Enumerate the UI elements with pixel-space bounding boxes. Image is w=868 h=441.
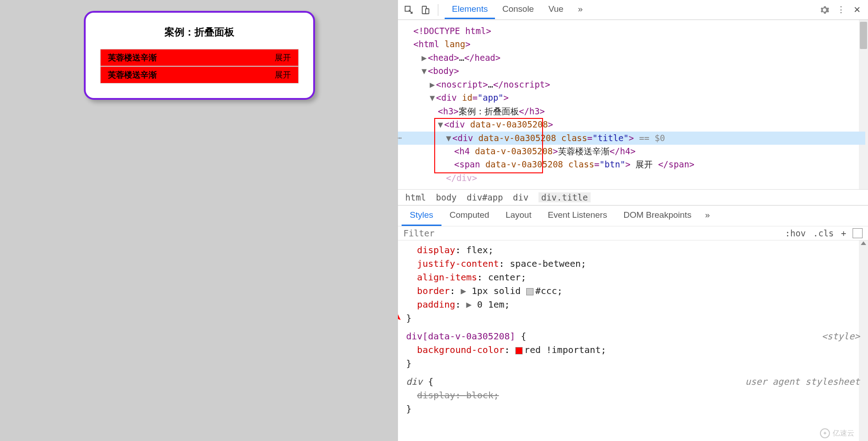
close-icon[interactable]: ✕	[851, 4, 863, 16]
styles-filter-input[interactable]	[403, 228, 781, 238]
collapse-arrow-icon[interactable]: ▼	[430, 91, 436, 104]
dom-tree[interactable]: <!DOCTYPE html> <html lang> ▶<head>…</he…	[398, 20, 868, 189]
scrollbar[interactable]	[859, 240, 868, 441]
page-viewport: 案例：折叠面板 芙蓉楼送辛渐 展开 芙蓉楼送辛渐 展开	[0, 0, 398, 441]
dom-node[interactable]: <span data-v-0a305208 class="btn">	[454, 159, 630, 169]
expand-button[interactable]: 展开	[275, 52, 291, 63]
css-rule[interactable]: user agent stylesheet div { display: blo…	[406, 375, 860, 416]
expand-button[interactable]: 展开	[275, 69, 291, 80]
hov-toggle[interactable]: :hov	[781, 228, 810, 238]
dom-breadcrumb[interactable]: html body div#app div div.title	[398, 189, 868, 205]
watermark: ✦亿速云	[820, 428, 854, 438]
tab-dom-breakpoints[interactable]: DOM Breakpoints	[615, 206, 699, 226]
device-toggle-icon[interactable]	[419, 4, 432, 16]
color-swatch[interactable]	[515, 347, 523, 354]
tab-layout[interactable]: Layout	[497, 206, 539, 226]
tab-styles[interactable]: Styles	[402, 206, 441, 226]
scrollbar[interactable]	[859, 20, 868, 189]
styles-filter-row: :hov .cls +	[398, 226, 868, 240]
tab-computed[interactable]: Computed	[441, 206, 498, 226]
breadcrumb-item[interactable]: body	[436, 192, 457, 202]
dom-node[interactable]: <h3>	[438, 106, 459, 116]
panel-title: 芙蓉楼送辛渐	[108, 52, 157, 63]
devtools-panel: Elements Console Vue » ⋮ ✕ <!DOCTYPE htm…	[398, 0, 868, 441]
tab-more[interactable]: »	[699, 206, 715, 226]
elements-panel: <!DOCTYPE html> <html lang> ▶<head>…</he…	[398, 20, 868, 441]
dom-node[interactable]: <noscript>	[436, 79, 488, 89]
tab-more[interactable]: »	[571, 0, 590, 19]
selected-dom-node[interactable]: ▼<div data-v-0a305208 class="title"> == …	[398, 132, 865, 145]
tab-elements[interactable]: Elements	[445, 0, 495, 19]
dom-node[interactable]: <html lang>	[413, 39, 470, 49]
expand-arrow-icon[interactable]: ▶	[422, 51, 428, 64]
breadcrumb-item[interactable]: div#app	[467, 192, 503, 202]
tab-console[interactable]: Console	[495, 0, 541, 19]
collapse-arrow-icon[interactable]: ▼	[438, 118, 444, 131]
breadcrumb-item[interactable]: div.title	[538, 192, 591, 202]
panel-title: 芙蓉楼送辛渐	[108, 69, 157, 80]
gear-icon[interactable]	[818, 4, 831, 16]
devtools-toolbar: Elements Console Vue » ⋮ ✕	[398, 0, 868, 20]
css-rule[interactable]: display: flex; justify-content: space-be…	[406, 243, 860, 325]
dom-node[interactable]: </div>	[446, 173, 477, 183]
styles-body[interactable]: display: flex; justify-content: space-be…	[398, 240, 868, 441]
box-model-icon[interactable]	[853, 228, 863, 238]
svg-rect-2	[426, 9, 429, 14]
cls-toggle[interactable]: .cls	[810, 228, 838, 238]
kebab-icon[interactable]: ⋮	[834, 4, 847, 16]
separator	[438, 4, 438, 16]
collapse-arrow-icon[interactable]: ▼	[422, 64, 428, 78]
dom-node[interactable]: <div id="app">	[436, 93, 509, 103]
rule-origin: user agent stylesheet	[745, 375, 860, 388]
dom-node[interactable]: <!DOCTYPE html>	[413, 26, 491, 36]
app-card: 案例：折叠面板 芙蓉楼送辛渐 展开 芙蓉楼送辛渐 展开	[84, 11, 315, 100]
tab-vue[interactable]: Vue	[541, 0, 571, 19]
devtools-tabs: Elements Console Vue »	[445, 0, 590, 19]
color-swatch[interactable]	[526, 288, 533, 295]
dom-node[interactable]: <div data-v-0a305208>	[444, 119, 553, 129]
dom-node[interactable]: <h4 data-v-0a305208>	[454, 146, 558, 156]
rule-origin[interactable]: <style>	[822, 329, 860, 343]
expand-arrow-icon[interactable]: ▶	[430, 78, 436, 91]
panel-item[interactable]: 芙蓉楼送辛渐 展开	[100, 49, 299, 66]
breadcrumb-item[interactable]: html	[405, 192, 426, 202]
breadcrumb-item[interactable]: div	[513, 192, 529, 202]
inspect-icon[interactable]	[402, 4, 415, 16]
panel-item[interactable]: 芙蓉楼送辛渐 展开	[100, 66, 299, 83]
css-rule[interactable]: <style> div[data-v-0a305208] { backgroun…	[406, 329, 860, 370]
styles-tabs: Styles Computed Layout Event Listeners D…	[398, 205, 868, 226]
app-title: 案例：折叠面板	[100, 25, 299, 39]
dom-node[interactable]: <head>	[428, 53, 459, 63]
dom-node[interactable]: <body>	[428, 66, 459, 76]
tab-event-listeners[interactable]: Event Listeners	[539, 206, 615, 226]
new-rule-button[interactable]: +	[838, 228, 850, 238]
